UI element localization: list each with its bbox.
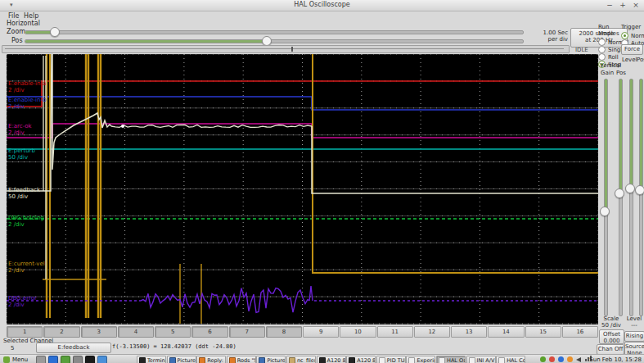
run-mode-roll[interactable]: Roll bbox=[598, 53, 623, 61]
channel-button-16[interactable]: 16 bbox=[562, 326, 598, 338]
run-mode-group: Run Mode Normal Single Roll Stop bbox=[598, 24, 623, 68]
level-value: --- bbox=[624, 322, 644, 329]
run-mode-single[interactable]: Single bbox=[598, 46, 623, 53]
channel-button-3[interactable]: 3 bbox=[81, 326, 117, 338]
task-button-pictures[interactable]: Pictures bbox=[167, 356, 196, 363]
record-position-marker[interactable] bbox=[291, 47, 293, 52]
task-button-nc-files[interactable]: nc_files bbox=[286, 356, 316, 363]
channel-button-1[interactable]: 1 bbox=[7, 326, 43, 338]
trigger-pos-label: Pos bbox=[637, 57, 644, 63]
update-manager-icon[interactable] bbox=[540, 356, 546, 362]
selected-channel-name-button[interactable]: E:feedback bbox=[36, 343, 111, 353]
rising-button[interactable]: Rising bbox=[624, 331, 644, 342]
horizontal-section-label: Horizontal bbox=[7, 20, 40, 27]
titlebar[interactable]: ▾ HAL Oscilloscope − + × bbox=[0, 0, 644, 11]
channel-button-14[interactable]: 14 bbox=[488, 326, 524, 338]
trace-feedback-end bbox=[312, 126, 598, 193]
task-button-experim-[interactable]: Experim... bbox=[406, 356, 435, 363]
task-button-icon bbox=[139, 357, 146, 363]
channel-button-8[interactable]: 8 bbox=[266, 326, 302, 338]
zoom-slider-knob[interactable] bbox=[50, 27, 60, 37]
screenshot-icon[interactable] bbox=[61, 356, 70, 363]
task-button-icon bbox=[199, 357, 205, 363]
mint-menu-icon[interactable] bbox=[3, 356, 10, 363]
trigger-pos-knob[interactable] bbox=[635, 185, 644, 195]
channel-button-11[interactable]: 11 bbox=[377, 326, 413, 338]
trigger-level-slider[interactable] bbox=[629, 79, 633, 316]
task-button-label: PID TUNE bbox=[387, 357, 406, 363]
maximize-button[interactable]: + bbox=[618, 1, 628, 10]
channel-label-DBG:error: DBG:error2 /div bbox=[8, 295, 37, 308]
task-button-rods-s-[interactable]: Rods "S... bbox=[227, 356, 256, 363]
network-icon[interactable] bbox=[567, 356, 573, 362]
task-button-hal-osc-[interactable]: HAL Osc... bbox=[436, 356, 466, 363]
task-button-reply-[interactable]: Reply: -... bbox=[196, 356, 226, 363]
run-mode-normal[interactable]: Normal bbox=[598, 39, 623, 46]
trigger-level-knob[interactable] bbox=[625, 184, 635, 193]
channel-button-10[interactable]: 10 bbox=[340, 326, 376, 338]
task-button-terminal[interactable]: Terminal bbox=[137, 356, 166, 363]
task-button-hal-co-[interactable]: HAL Co... bbox=[496, 356, 525, 363]
cursor-marker-dot[interactable] bbox=[121, 125, 124, 128]
channel-button-4[interactable]: 4 bbox=[118, 326, 154, 338]
scope-display[interactable]: E:enable-in-a2 /divE:enable-in-b2 /divE:… bbox=[7, 54, 598, 324]
close-button[interactable]: × bbox=[631, 1, 641, 10]
filemanager-icon[interactable] bbox=[73, 356, 83, 363]
channel-button-6[interactable]: 6 bbox=[191, 326, 227, 338]
trigger-pos-fill bbox=[640, 79, 642, 188]
scale-value: 50 /div bbox=[598, 322, 624, 329]
menu-button[interactable]: Menu bbox=[12, 356, 28, 363]
clock: Sun Feb 10, 15:28 bbox=[589, 356, 642, 363]
task-button-label: Experim... bbox=[417, 357, 435, 363]
time-per-div-value: 1.00 Sec per div bbox=[516, 29, 568, 43]
channel-label-DBG:holding: DBG:holding2 /div bbox=[8, 215, 44, 228]
channel-button-9[interactable]: 9 bbox=[303, 326, 339, 338]
bluetooth-icon[interactable] bbox=[558, 356, 564, 362]
trigger-pos-slider[interactable] bbox=[639, 79, 643, 316]
zoom-slider[interactable] bbox=[25, 30, 524, 34]
firefox-icon[interactable] bbox=[48, 356, 58, 363]
pos-slider-fill bbox=[25, 40, 267, 43]
trigger-level-label: Level bbox=[622, 57, 637, 63]
channel-button-5[interactable]: 5 bbox=[155, 326, 191, 338]
radio-icon[interactable] bbox=[598, 39, 606, 46]
volume-icon[interactable] bbox=[576, 357, 581, 362]
offset-button[interactable]: Offset0.000 bbox=[599, 329, 624, 344]
edit-icon[interactable] bbox=[36, 356, 46, 363]
radio-selected-icon[interactable] bbox=[621, 32, 628, 39]
channel-button-12[interactable]: 12 bbox=[414, 326, 450, 338]
task-button-a120-80-[interactable]: A120 80... bbox=[346, 356, 376, 363]
radio-icon[interactable] bbox=[598, 46, 606, 53]
task-button-pictures[interactable]: Pictures bbox=[256, 356, 286, 363]
vertical-gain-knob[interactable] bbox=[600, 206, 610, 216]
task-button-pid-tune[interactable]: PID TUNE bbox=[376, 356, 406, 363]
trigger-normal[interactable]: Normal bbox=[621, 32, 644, 39]
channel-button-13[interactable]: 13 bbox=[451, 326, 487, 338]
minimize-button[interactable]: − bbox=[605, 1, 615, 10]
force-button[interactable]: Force bbox=[621, 44, 643, 55]
vertical-pos-knob[interactable] bbox=[615, 188, 624, 198]
task-button-a120-80-[interactable]: A120 80... bbox=[317, 356, 346, 363]
scale-label: Scale bbox=[598, 315, 624, 322]
terminal-icon[interactable] bbox=[85, 356, 95, 363]
chromium-icon[interactable] bbox=[97, 356, 107, 363]
channel-button-2[interactable]: 2 bbox=[43, 326, 79, 338]
task-button-ini-a-v[interactable]: INI A/V bbox=[466, 356, 496, 363]
vertical-gain-slider[interactable] bbox=[604, 79, 608, 316]
chromium-tray-icon[interactable] bbox=[549, 356, 555, 362]
task-button-icon bbox=[349, 357, 355, 363]
channel-button-7[interactable]: 7 bbox=[229, 326, 265, 338]
task-button-icon bbox=[379, 357, 385, 363]
task-button-label: A120 80... bbox=[327, 357, 346, 363]
pos-slider[interactable] bbox=[25, 39, 524, 43]
channel-label-E:enable-in-b: E:enable-in-b2 /div bbox=[8, 97, 46, 110]
record-position-bar[interactable] bbox=[2, 45, 570, 53]
task-button-icon bbox=[259, 357, 265, 363]
task-button-label: INI A/V bbox=[477, 357, 495, 363]
trigger-level-fill bbox=[630, 79, 633, 186]
channel-button-15[interactable]: 15 bbox=[525, 326, 561, 338]
task-button-icon bbox=[469, 357, 475, 363]
record-status: IDLE bbox=[575, 47, 588, 53]
radio-icon[interactable] bbox=[598, 53, 606, 61]
channel-label-E:enable-in-a: E:enable-in-a2 /div bbox=[8, 80, 46, 93]
